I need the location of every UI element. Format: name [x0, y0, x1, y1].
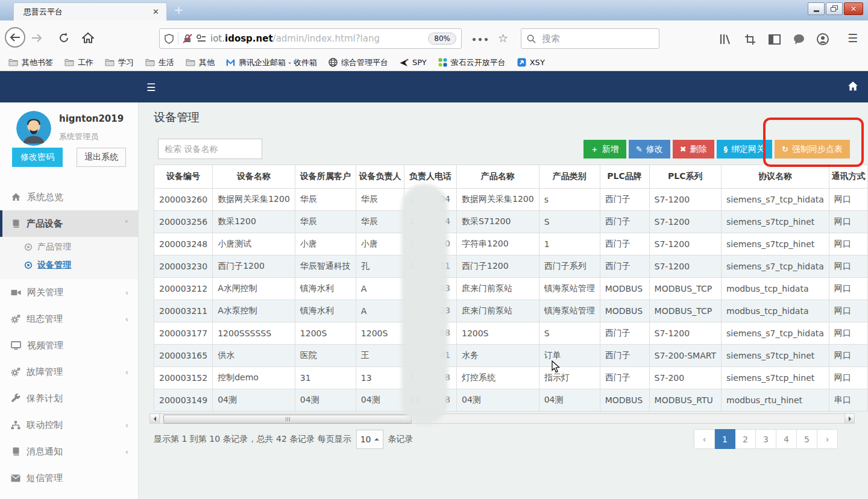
page-button-5[interactable]: 5 — [797, 429, 817, 449]
table-row[interactable]: 200003165供水医院王41水务订单西门子S7-200-SMARTsieme… — [154, 345, 868, 367]
cell-name: A水泵控制 — [213, 300, 295, 322]
add-button[interactable]: ＋新增 — [583, 140, 626, 158]
chat-bubble-icon[interactable] — [792, 33, 805, 46]
main-content: 设备管理 ＋新增✎修改✖删除§绑定网关↻强制同步点表 设备编号设备名称设备所属客… — [139, 102, 868, 499]
page-button-1[interactable]: 1 — [715, 429, 735, 449]
library-icon[interactable] — [719, 33, 732, 46]
bookmark-item[interactable]: 其他书签 — [8, 57, 53, 68]
bookmark-item[interactable]: 工作 — [64, 57, 93, 68]
sidebar-subitem-设备管理[interactable]: 设备管理 — [0, 256, 138, 274]
column-header[interactable]: 设备所属客户 — [295, 165, 356, 189]
new-tab-button[interactable]: + — [174, 4, 184, 16]
column-header[interactable]: 设备编号 — [154, 165, 213, 189]
bookmark-item[interactable]: 萤石云开放平台 — [438, 57, 506, 68]
logout-button[interactable]: 退出系统 — [77, 148, 126, 167]
forward-button[interactable] — [31, 34, 42, 42]
cell-id: 200003177 — [154, 322, 213, 345]
reload-button[interactable] — [58, 32, 70, 44]
bookmark-item[interactable]: 综合管理平台 — [329, 57, 388, 68]
column-header[interactable]: 产品名称 — [456, 165, 539, 189]
sidebar-item-视频管理[interactable]: 视频管理 — [0, 332, 138, 359]
table-row[interactable]: 200003152控制demo311318灯控系统指示灯西门子S7-200sie… — [154, 367, 868, 389]
zoom-level-badge[interactable]: 80% — [428, 33, 456, 45]
scrollbar-thumb[interactable] — [163, 415, 412, 424]
device-search-input[interactable] — [158, 139, 262, 159]
next-page-button[interactable]: › — [817, 429, 838, 449]
table-row[interactable]: 200003212A水闸控制镇海水利A33庶来门前泵站镇海泵站管理MODBUSM… — [154, 278, 868, 300]
column-header[interactable]: 设备名称 — [213, 165, 295, 189]
edit-button[interactable]: ✎修改 — [629, 140, 670, 158]
screenshot-icon[interactable] — [743, 33, 756, 46]
page-size-select[interactable]: 10 — [356, 430, 383, 449]
window-minimize-button[interactable] — [808, 2, 825, 15]
column-header[interactable]: 产品类别 — [539, 165, 600, 189]
horizontal-scrollbar[interactable] — [149, 413, 855, 424]
url-bar[interactable]: iot.idosp.net/admin/index.html?lang 80% — [159, 28, 462, 49]
scroll-right-arrow[interactable] — [844, 414, 854, 423]
bookmark-label: 生活 — [159, 57, 174, 68]
change-password-button[interactable]: 修改密码 — [12, 148, 63, 167]
sidebar-item-联动控制[interactable]: 联动控制‹ — [0, 412, 138, 438]
column-header[interactable]: 通讯方式 — [829, 165, 867, 189]
sidebar-item-组态管理[interactable]: 组态管理‹ — [0, 306, 138, 332]
folder-icon — [145, 58, 155, 66]
bookmark-item[interactable]: 学习 — [105, 57, 134, 68]
table-row[interactable]: 2000031771200SSSSSS1200S1200S881200SS西门子… — [154, 322, 868, 345]
sidebar-item-保养计划[interactable]: 保养计划 — [0, 385, 138, 412]
table-row[interactable]: 200003211A水泵控制镇海水利A33庶来门前泵站镇海泵站管理MODBUSM… — [154, 300, 868, 322]
sidebar-subitem-产品管理[interactable]: 产品管理 — [0, 238, 138, 256]
cell-product: 水务 — [456, 345, 539, 367]
browser-search-box[interactable] — [521, 28, 659, 49]
column-header[interactable]: 协议名称 — [722, 165, 829, 189]
sidebar-toggle-icon[interactable] — [768, 33, 781, 46]
sidebar-item-故障管理[interactable]: 故障管理‹ — [0, 359, 138, 385]
cell-customer: 1200S — [295, 322, 356, 345]
column-header[interactable]: PLC系列 — [649, 165, 721, 189]
cell-category: 指示灯 — [539, 367, 600, 389]
tab-close-icon[interactable]: ✕ — [151, 7, 160, 16]
window-close-button[interactable]: ✕ — [844, 2, 863, 15]
cell-protocol: siemens_s7_tcp_hidata — [722, 256, 829, 278]
delete-button[interactable]: ✖删除 — [673, 140, 714, 158]
bookmark-item[interactable]: 生活 — [145, 57, 174, 68]
account-icon[interactable] — [816, 33, 829, 46]
sidebar-collapse-icon[interactable]: ☰ — [146, 81, 156, 93]
page-button-2[interactable]: 2 — [735, 429, 756, 449]
cell-name: 供水 — [213, 345, 295, 367]
scroll-left-arrow[interactable] — [150, 414, 160, 423]
link-icon: § — [724, 145, 728, 154]
prev-page-button[interactable]: ‹ — [694, 429, 715, 449]
browser-tab[interactable]: 思普云平台 ✕ — [13, 2, 167, 20]
sidebar-item-网关管理[interactable]: 网关管理‹ — [0, 279, 138, 306]
bookmark-item[interactable]: XSY — [517, 58, 545, 67]
app-home-icon[interactable] — [848, 81, 858, 92]
bookmark-item[interactable]: 其他 — [186, 57, 215, 68]
column-header[interactable]: 设备负责人 — [356, 165, 404, 189]
page-actions-button[interactable]: ••• — [471, 35, 489, 45]
tab-title: 思普云平台 — [24, 7, 151, 17]
page-button-4[interactable]: 4 — [776, 429, 797, 449]
sidebar-item-产品设备[interactable]: 产品设备˅ — [0, 210, 138, 237]
sidebar-item-短信管理[interactable]: 短信管理 — [0, 465, 138, 491]
table-row[interactable]: 200003260数据网关采集1200华辰华辰104数据网关采集1200s西门子… — [154, 189, 868, 211]
page-button-3[interactable]: 3 — [756, 429, 776, 449]
back-button[interactable] — [5, 27, 25, 48]
bookmark-star-icon[interactable]: ☆ — [498, 31, 508, 45]
sidebar-item-消息通知[interactable]: 消息通知‹ — [0, 438, 138, 465]
table-row[interactable]: 200003256数采1200华辰华辰14数采S71200S西门子S7-1200… — [154, 211, 868, 233]
folder-icon — [64, 58, 74, 66]
table-row[interactable]: 200003230西门子1200华辰智通科技孔131西门子1200西门子系列西门… — [154, 256, 868, 278]
menu-icon[interactable]: ☰ — [848, 31, 858, 45]
sidebar-item-系统总览[interactable]: 系统总览 — [0, 184, 138, 210]
bookmark-item[interactable]: 腾讯企业邮箱 - 收件箱 — [226, 57, 317, 68]
browser-search-input[interactable] — [541, 33, 640, 45]
column-header[interactable]: PLC品牌 — [600, 165, 649, 189]
home-button[interactable] — [82, 32, 94, 44]
table-row[interactable]: 20000314904测04测04测15804测04测MODBUSMODBUS_… — [154, 389, 868, 412]
bookmark-label: 萤石云开放平台 — [451, 57, 506, 68]
bookmark-item[interactable]: SPY — [400, 58, 427, 67]
monitor-icon — [11, 341, 21, 350]
window-restore-button[interactable] — [826, 2, 843, 15]
sidebar-item-车间管理[interactable]: 车间管理 — [0, 491, 138, 499]
table-row[interactable]: 200003248小唐测试小唐小唐10字符串12001西门子S7-1200sie… — [154, 233, 868, 256]
